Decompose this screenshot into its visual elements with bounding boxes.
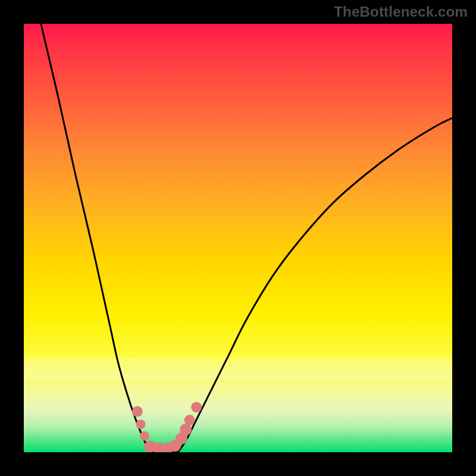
chart-plot-area (24, 24, 452, 452)
valley-marker (132, 406, 143, 417)
valley-marker (184, 415, 195, 425)
valley-marker (191, 402, 202, 412)
valley-marker (140, 431, 149, 441)
curve-left-branch (41, 24, 151, 452)
valley-marker (136, 419, 146, 429)
chart-frame: TheBottleneck.com (0, 0, 476, 476)
chart-svg (24, 24, 452, 452)
curve-right-branch (178, 118, 452, 452)
watermark-text: TheBottleneck.com (334, 4, 468, 20)
